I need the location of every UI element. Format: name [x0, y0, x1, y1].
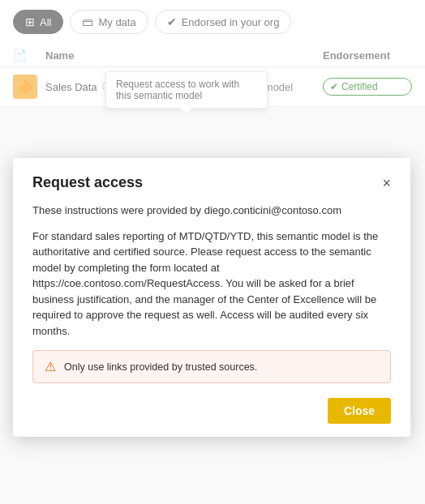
modal-close-x-button[interactable]: × [382, 176, 391, 190]
warning-icon: ⚠ [45, 359, 56, 374]
modal-overlay: Request access × These instructions were… [0, 0, 425, 504]
modal-body: These instructions were provided by dieg… [32, 203, 391, 339]
close-button[interactable]: Close [328, 398, 391, 424]
warning-text: Only use links provided by trusted sourc… [64, 361, 257, 373]
modal-warning-banner: ⚠ Only use links provided by trusted sou… [32, 350, 391, 383]
modal-body-p2: For standard sales reporting of MTD/QTD/… [32, 229, 391, 340]
modal-footer: Close [32, 395, 391, 424]
modal-body-p1: These instructions were provided by dieg… [32, 203, 391, 219]
request-access-modal: Request access × These instructions were… [13, 158, 410, 437]
modal-header: Request access × [32, 174, 391, 191]
modal-title: Request access [32, 174, 143, 191]
